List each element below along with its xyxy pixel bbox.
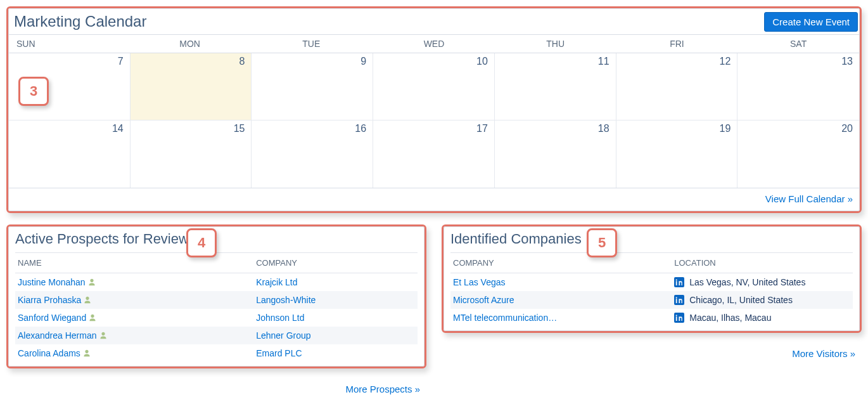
companies-title: Identified Companies bbox=[444, 227, 859, 251]
calendar-date-number: 8 bbox=[239, 56, 245, 67]
annotation-badge-3: 3 bbox=[18, 77, 49, 106]
person-icon bbox=[88, 278, 96, 286]
table-row: MTel telecommunication…Macau, Ilhas, Mac… bbox=[450, 309, 853, 327]
prospect-company-link[interactable]: Lehner Group bbox=[256, 330, 310, 341]
calendar-cell[interactable]: 13 bbox=[737, 53, 859, 120]
prospects-col-company: COMPANY bbox=[253, 253, 418, 273]
calendar-dayname: FRI bbox=[616, 35, 738, 53]
calendar-dayname: TUE bbox=[252, 35, 373, 53]
table-row: Alexandrea HermanLehner Group bbox=[15, 327, 418, 344]
calendar-date-number: 17 bbox=[476, 123, 488, 134]
prospect-name-link[interactable]: Alexandrea Herman bbox=[18, 330, 97, 341]
table-row: Justine MonahanKrajcik Ltd bbox=[15, 273, 418, 292]
prospect-company-link[interactable]: Emard PLC bbox=[256, 348, 302, 358]
table-row: Et Las VegasLas Vegas, NV, United States bbox=[450, 273, 853, 292]
person-icon bbox=[84, 296, 91, 304]
calendar-cell[interactable]: 20 bbox=[737, 120, 859, 188]
prospect-name-link[interactable]: Kiarra Prohaska bbox=[18, 295, 81, 305]
calendar-dayname: THU bbox=[495, 35, 616, 53]
company-location: Macau, Ilhas, Macau bbox=[689, 313, 771, 323]
calendar-cell[interactable]: 16 bbox=[252, 120, 373, 188]
prospect-company-link[interactable]: Langosh-White bbox=[256, 295, 316, 305]
identified-companies-panel: Identified Companies 5 COMPANY LOCATION … bbox=[442, 224, 862, 333]
companies-table: COMPANY LOCATION Et Las VegasLas Vegas, … bbox=[450, 252, 853, 327]
person-icon bbox=[89, 314, 96, 322]
create-event-button[interactable]: Create New Event bbox=[764, 12, 858, 32]
calendar-date-number: 7 bbox=[118, 56, 124, 67]
calendar-date-number: 19 bbox=[719, 123, 731, 134]
calendar-date-number: 13 bbox=[841, 56, 853, 67]
person-icon bbox=[83, 349, 91, 357]
table-row: Kiarra ProhaskaLangosh-White bbox=[15, 291, 418, 309]
calendar-dayname: MON bbox=[131, 35, 252, 53]
calendar-date-number: 16 bbox=[355, 123, 366, 134]
company-link[interactable]: Microsoft Azure bbox=[453, 295, 514, 305]
prospects-col-name: NAME bbox=[15, 253, 253, 273]
companies-col-company: COMPANY bbox=[450, 253, 672, 273]
prospects-table: NAME COMPANY Justine MonahanKrajcik LtdK… bbox=[15, 252, 418, 362]
linkedin-icon[interactable] bbox=[674, 295, 684, 305]
calendar-cell[interactable]: 10 bbox=[373, 53, 495, 120]
calendar-date-number: 15 bbox=[234, 123, 245, 134]
more-visitors-link[interactable]: More Visitors » bbox=[792, 348, 855, 359]
calendar-cell[interactable]: 19 bbox=[616, 120, 738, 188]
table-row: Microsoft AzureChicago, IL, United State… bbox=[450, 291, 853, 309]
calendar-date-number: 18 bbox=[598, 123, 610, 134]
prospect-name-link[interactable]: Sanford Wiegand bbox=[18, 313, 86, 323]
prospect-name-link[interactable]: Carolina Adams bbox=[18, 348, 80, 358]
calendar-dayname: WED bbox=[373, 35, 495, 53]
view-full-calendar-link[interactable]: View Full Calendar » bbox=[765, 193, 853, 204]
more-prospects-link[interactable]: More Prospects » bbox=[345, 384, 420, 394]
calendar-cell[interactable]: 14 bbox=[9, 120, 131, 188]
calendar-date-number: 9 bbox=[361, 56, 366, 67]
calendar-cell[interactable]: 12 bbox=[616, 53, 738, 120]
person-icon bbox=[99, 332, 107, 339]
prospect-company-link[interactable]: Johnson Ltd bbox=[256, 313, 304, 323]
marketing-calendar-panel: 3 Marketing Calendar Create New Event SU… bbox=[6, 6, 862, 213]
table-row: Sanford WiegandJohnson Ltd bbox=[15, 309, 418, 327]
annotation-badge-5: 5 bbox=[587, 228, 617, 257]
calendar-date-number: 14 bbox=[112, 123, 124, 134]
calendar-dayname: SUN bbox=[9, 35, 131, 53]
calendar-title: Marketing Calendar bbox=[13, 10, 148, 33]
calendar-cell[interactable]: 8 bbox=[131, 53, 252, 120]
annotation-badge-4: 4 bbox=[186, 228, 217, 257]
calendar-dayname: SAT bbox=[737, 35, 859, 53]
linkedin-icon[interactable] bbox=[674, 313, 684, 323]
calendar-date-number: 10 bbox=[476, 56, 488, 67]
company-link[interactable]: Et Las Vegas bbox=[453, 277, 506, 287]
table-row: Carolina AdamsEmard PLC bbox=[15, 344, 418, 362]
prospect-name-link[interactable]: Justine Monahan bbox=[18, 277, 86, 287]
calendar-cell[interactable]: 15 bbox=[131, 120, 252, 188]
calendar-date-number: 11 bbox=[598, 56, 610, 67]
company-link[interactable]: MTel telecommunication… bbox=[453, 313, 557, 323]
calendar-cell[interactable]: 18 bbox=[495, 120, 616, 188]
company-location: Las Vegas, NV, United States bbox=[689, 277, 805, 287]
prospect-company-link[interactable]: Krajcik Ltd bbox=[256, 277, 297, 287]
active-prospects-panel: Active Prospects for Review 4 NAME COMPA… bbox=[6, 224, 426, 368]
calendar-date-number: 20 bbox=[841, 123, 853, 134]
calendar-cell[interactable]: 11 bbox=[495, 53, 616, 120]
companies-col-location: LOCATION bbox=[672, 253, 853, 273]
company-location: Chicago, IL, United States bbox=[689, 295, 793, 305]
calendar-cell[interactable]: 9 bbox=[252, 53, 373, 120]
calendar-cell[interactable]: 17 bbox=[373, 120, 495, 188]
linkedin-icon[interactable] bbox=[674, 277, 684, 287]
calendar-date-number: 12 bbox=[719, 56, 731, 67]
